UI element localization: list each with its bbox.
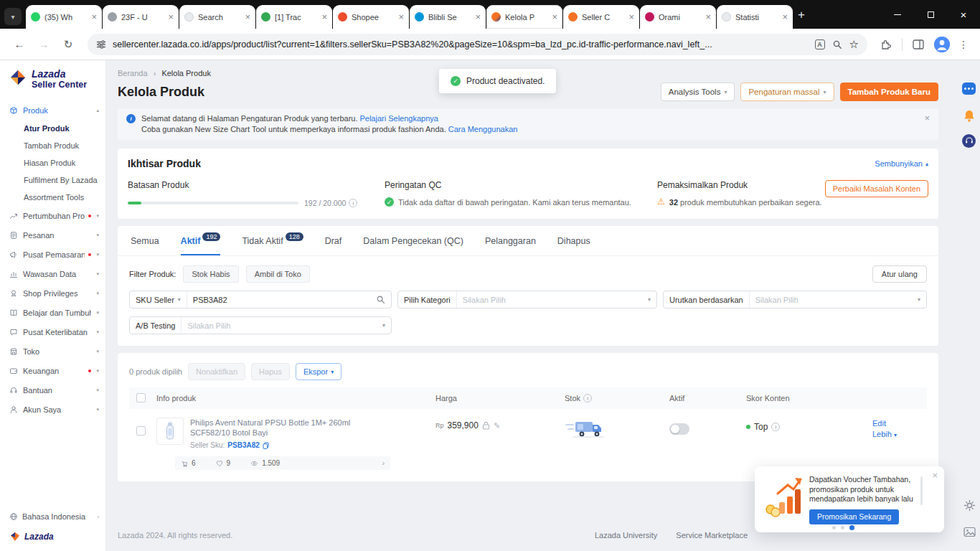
sidebar-item-akun-saya[interactable]: Akun Saya ▾	[0, 400, 105, 419]
tab-pelanggaran[interactable]: Pelanggaran	[485, 226, 536, 255]
browser-tab-blibli[interactable]: Blibli Se ×	[410, 5, 486, 29]
carousel-dot-active[interactable]	[849, 525, 854, 530]
tab-close-icon[interactable]: ×	[168, 12, 174, 22]
sidebar-item-assortment-tools[interactable]: Assortment Tools	[0, 189, 105, 206]
promote-now-button[interactable]: Promosikan Sekarang	[809, 509, 899, 524]
tab-close-icon[interactable]: ×	[91, 12, 97, 22]
fix-content-button[interactable]: Perbaiki Masalah Konten	[825, 180, 928, 197]
back-icon[interactable]: ←	[10, 38, 29, 50]
how-to-use-link[interactable]: Cara Menggunakan	[448, 125, 518, 133]
tab-dihapus[interactable]: Dihapus	[557, 226, 590, 255]
info-icon[interactable]: i	[583, 394, 592, 402]
browser-tab-2[interactable]: 23F - U ×	[103, 5, 179, 29]
tab-close-icon[interactable]: ×	[398, 12, 404, 22]
copy-icon[interactable]	[263, 442, 269, 449]
tab-aktif[interactable]: Aktif192	[181, 226, 221, 255]
lazada-university-link[interactable]: Lazada University	[595, 531, 657, 540]
close-icon[interactable]: ×	[932, 470, 938, 481]
maximize-button[interactable]	[914, 0, 947, 29]
tab-close-icon[interactable]: ×	[705, 12, 711, 22]
sidebar-item-pusat-pemasaran[interactable]: Pusat Pemasaran ▾	[0, 245, 105, 264]
carousel-dot[interactable]	[841, 526, 844, 529]
sidebar-item-shop-privileges[interactable]: Shop Privileges ▾	[0, 283, 105, 303]
tab-draf[interactable]: Draf	[325, 226, 342, 255]
sidebar-item-tambah-produk[interactable]: Tambah Produk	[0, 137, 105, 154]
reset-filters-button[interactable]: Atur ulang	[872, 265, 927, 283]
tab-close-icon[interactable]: ×	[782, 12, 788, 22]
browser-tab-statistics[interactable]: Statisti ×	[717, 5, 793, 29]
sku-type-select[interactable]: SKU Seller▾	[130, 291, 187, 308]
chip-ambil-di-toko[interactable]: Ambil di Toko	[246, 265, 310, 283]
chip-stok-habis[interactable]: Stok Habis	[183, 265, 238, 283]
close-icon[interactable]: ×	[924, 113, 930, 123]
new-tab-button[interactable]: +	[798, 8, 805, 22]
minimize-button[interactable]	[881, 0, 914, 29]
side-panel-icon[interactable]	[913, 39, 924, 50]
expand-stats-icon[interactable]: ›	[382, 459, 385, 467]
notification-bell-icon[interactable]	[963, 109, 976, 126]
info-icon[interactable]: i	[771, 423, 780, 431]
sort-filter-combo[interactable]: Urutkan berdasarkan Silakan Pilih ▾	[663, 291, 927, 309]
sidebar-item-pusat-keterlibatan[interactable]: Pusat Keterlibatan ▾	[0, 322, 105, 342]
edit-product-link[interactable]: Edit	[872, 419, 920, 428]
sidebar-item-keuangan[interactable]: Keuangan ▾	[0, 361, 105, 380]
info-icon[interactable]: i	[349, 199, 357, 207]
language-selector[interactable]: Bahasa Indonesia ›	[0, 508, 105, 525]
profile-avatar[interactable]	[934, 37, 950, 52]
service-marketplace-link[interactable]: Service Marketplace	[676, 531, 748, 540]
breadcrumb-home[interactable]: Beranda	[118, 69, 148, 77]
more-actions-link[interactable]: Lebih ▾	[872, 430, 920, 438]
extensions-puzzle-icon[interactable]	[880, 39, 892, 50]
browser-tab-shopee[interactable]: Shopee ×	[333, 5, 409, 29]
browser-tab-kelola-produk[interactable]: Kelola P ×	[486, 5, 562, 29]
product-stats-strip[interactable]: 6 9 1.509 ›	[175, 456, 390, 470]
tab-tidak-aktif[interactable]: Tidak Aktif128	[242, 226, 303, 255]
sku-value-link[interactable]: PSB3A82	[227, 441, 259, 449]
close-window-button[interactable]: ×	[947, 0, 980, 29]
translate-icon[interactable]: A	[815, 39, 825, 50]
tab-close-icon[interactable]: ×	[628, 12, 634, 22]
tab-semua[interactable]: Semua	[131, 226, 159, 255]
active-toggle[interactable]	[669, 423, 689, 435]
browser-tab-whatsapp[interactable]: (35) Wh ×	[26, 5, 102, 29]
address-bar[interactable]: sellercenter.lazada.co.id/apps/product/l…	[88, 34, 867, 55]
browser-tab-tracker[interactable]: [1] Trac ×	[256, 5, 332, 29]
sidebar-item-atur-produk[interactable]: Atur Produk	[0, 120, 105, 137]
tab-close-icon[interactable]: ×	[245, 12, 250, 22]
reload-icon[interactable]: ↻	[59, 38, 77, 51]
tab-dalam-pengecekan[interactable]: Dalam Pengecekan (QC)	[363, 226, 463, 255]
forward-icon[interactable]: →	[34, 38, 53, 50]
search-icon[interactable]	[376, 295, 385, 304]
add-product-button[interactable]: Tambah Produk Baru	[840, 83, 938, 101]
sidebar-item-pesanan[interactable]: Pesanan ▾	[0, 225, 105, 245]
delete-button[interactable]: Hapus	[251, 363, 290, 380]
row-checkbox[interactable]	[136, 426, 146, 435]
product-title[interactable]: Philips Avent Natural PPSU Bottle 1M+ 26…	[190, 418, 369, 438]
sidebar-item-wawasan-data[interactable]: Wawasan Data ▾	[0, 264, 105, 283]
edit-price-icon[interactable]: ✎	[494, 421, 500, 430]
tab-close-icon[interactable]: ×	[552, 12, 557, 22]
sidebar-item-bantuan[interactable]: Bantuan ▾	[0, 380, 105, 400]
sidebar-item-hiasan-produk[interactable]: Hiasan Produk	[0, 154, 105, 171]
screenshot-tool-icon[interactable]	[963, 527, 976, 540]
carousel-dot[interactable]	[832, 526, 836, 529]
product-thumbnail[interactable]	[156, 418, 184, 445]
browser-tab-search[interactable]: Search ×	[179, 5, 255, 29]
export-button[interactable]: Ekspor▾	[296, 363, 341, 380]
bulk-settings-button[interactable]: Pengaturan massal▾	[740, 83, 834, 101]
ab-testing-combo[interactable]: A/B Testing Silakan Pilih ▾	[129, 316, 392, 334]
sidebar-item-fulfilment-by-lazada[interactable]: Fulfilment By Lazada	[0, 171, 105, 189]
deactivate-button[interactable]: Nonaktifkan	[188, 363, 245, 380]
browser-tab-orami[interactable]: Orami ×	[640, 5, 716, 29]
sidebar-item-toko[interactable]: Toko ▾	[0, 342, 105, 361]
sidebar-item-produk[interactable]: Produk ▴	[0, 100, 105, 120]
chat-widget-icon[interactable]	[962, 83, 976, 95]
hide-overview-link[interactable]: Sembunyikan▴	[875, 159, 928, 168]
browser-menu-icon[interactable]: ⋮	[958, 39, 969, 50]
bookmark-star-icon[interactable]: ☆	[849, 38, 859, 51]
sidebar-item-belajar-dan-tumbuh[interactable]: Belajar dan Tumbuh ▾	[0, 303, 105, 322]
select-all-checkbox[interactable]	[136, 393, 146, 402]
promo-scrollbar[interactable]	[920, 476, 923, 505]
lens-search-icon[interactable]	[832, 39, 842, 50]
sku-input[interactable]	[193, 296, 367, 304]
